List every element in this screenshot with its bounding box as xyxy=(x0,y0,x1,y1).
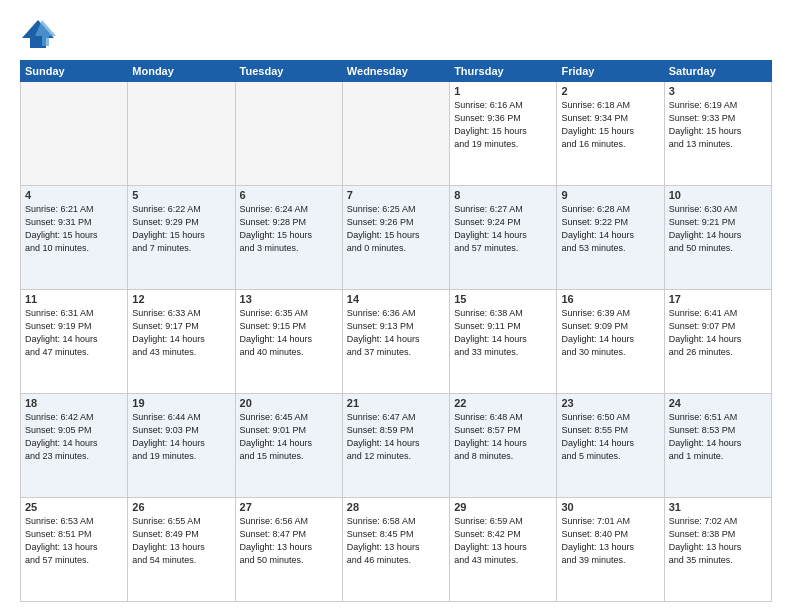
day-info: Sunrise: 7:02 AM Sunset: 8:38 PM Dayligh… xyxy=(669,515,767,567)
day-number: 9 xyxy=(561,189,659,201)
day-number: 7 xyxy=(347,189,445,201)
calendar-cell: 5Sunrise: 6:22 AM Sunset: 9:29 PM Daylig… xyxy=(128,186,235,290)
day-info: Sunrise: 6:44 AM Sunset: 9:03 PM Dayligh… xyxy=(132,411,230,463)
day-number: 8 xyxy=(454,189,552,201)
page: SundayMondayTuesdayWednesdayThursdayFrid… xyxy=(0,0,792,612)
day-number: 17 xyxy=(669,293,767,305)
calendar-table: SundayMondayTuesdayWednesdayThursdayFrid… xyxy=(20,60,772,602)
calendar-cell: 19Sunrise: 6:44 AM Sunset: 9:03 PM Dayli… xyxy=(128,394,235,498)
calendar-header-thursday: Thursday xyxy=(450,61,557,82)
day-info: Sunrise: 6:31 AM Sunset: 9:19 PM Dayligh… xyxy=(25,307,123,359)
calendar-cell: 23Sunrise: 6:50 AM Sunset: 8:55 PM Dayli… xyxy=(557,394,664,498)
day-info: Sunrise: 6:42 AM Sunset: 9:05 PM Dayligh… xyxy=(25,411,123,463)
calendar-cell: 27Sunrise: 6:56 AM Sunset: 8:47 PM Dayli… xyxy=(235,498,342,602)
calendar-cell: 29Sunrise: 6:59 AM Sunset: 8:42 PM Dayli… xyxy=(450,498,557,602)
calendar-cell: 30Sunrise: 7:01 AM Sunset: 8:40 PM Dayli… xyxy=(557,498,664,602)
day-number: 3 xyxy=(669,85,767,97)
day-number: 21 xyxy=(347,397,445,409)
calendar-cell: 16Sunrise: 6:39 AM Sunset: 9:09 PM Dayli… xyxy=(557,290,664,394)
calendar-header-monday: Monday xyxy=(128,61,235,82)
day-info: Sunrise: 6:19 AM Sunset: 9:33 PM Dayligh… xyxy=(669,99,767,151)
calendar-header-saturday: Saturday xyxy=(664,61,771,82)
calendar-cell: 26Sunrise: 6:55 AM Sunset: 8:49 PM Dayli… xyxy=(128,498,235,602)
day-info: Sunrise: 6:45 AM Sunset: 9:01 PM Dayligh… xyxy=(240,411,338,463)
day-info: Sunrise: 6:35 AM Sunset: 9:15 PM Dayligh… xyxy=(240,307,338,359)
day-info: Sunrise: 6:22 AM Sunset: 9:29 PM Dayligh… xyxy=(132,203,230,255)
calendar-cell: 10Sunrise: 6:30 AM Sunset: 9:21 PM Dayli… xyxy=(664,186,771,290)
calendar-week-row: 1Sunrise: 6:16 AM Sunset: 9:36 PM Daylig… xyxy=(21,82,772,186)
calendar-cell: 14Sunrise: 6:36 AM Sunset: 9:13 PM Dayli… xyxy=(342,290,449,394)
calendar-cell: 22Sunrise: 6:48 AM Sunset: 8:57 PM Dayli… xyxy=(450,394,557,498)
calendar-cell: 11Sunrise: 6:31 AM Sunset: 9:19 PM Dayli… xyxy=(21,290,128,394)
calendar-cell: 6Sunrise: 6:24 AM Sunset: 9:28 PM Daylig… xyxy=(235,186,342,290)
calendar-cell xyxy=(235,82,342,186)
day-number: 15 xyxy=(454,293,552,305)
calendar-cell: 25Sunrise: 6:53 AM Sunset: 8:51 PM Dayli… xyxy=(21,498,128,602)
calendar-cell: 3Sunrise: 6:19 AM Sunset: 9:33 PM Daylig… xyxy=(664,82,771,186)
calendar-week-row: 4Sunrise: 6:21 AM Sunset: 9:31 PM Daylig… xyxy=(21,186,772,290)
day-number: 13 xyxy=(240,293,338,305)
day-number: 22 xyxy=(454,397,552,409)
day-info: Sunrise: 6:56 AM Sunset: 8:47 PM Dayligh… xyxy=(240,515,338,567)
day-info: Sunrise: 6:36 AM Sunset: 9:13 PM Dayligh… xyxy=(347,307,445,359)
day-number: 23 xyxy=(561,397,659,409)
day-info: Sunrise: 6:51 AM Sunset: 8:53 PM Dayligh… xyxy=(669,411,767,463)
day-info: Sunrise: 6:28 AM Sunset: 9:22 PM Dayligh… xyxy=(561,203,659,255)
calendar-header-sunday: Sunday xyxy=(21,61,128,82)
day-info: Sunrise: 6:59 AM Sunset: 8:42 PM Dayligh… xyxy=(454,515,552,567)
calendar-cell xyxy=(128,82,235,186)
calendar-cell: 15Sunrise: 6:38 AM Sunset: 9:11 PM Dayli… xyxy=(450,290,557,394)
calendar-cell: 12Sunrise: 6:33 AM Sunset: 9:17 PM Dayli… xyxy=(128,290,235,394)
calendar-header-friday: Friday xyxy=(557,61,664,82)
calendar-cell: 2Sunrise: 6:18 AM Sunset: 9:34 PM Daylig… xyxy=(557,82,664,186)
calendar-header-row: SundayMondayTuesdayWednesdayThursdayFrid… xyxy=(21,61,772,82)
day-info: Sunrise: 6:30 AM Sunset: 9:21 PM Dayligh… xyxy=(669,203,767,255)
day-number: 18 xyxy=(25,397,123,409)
calendar-cell: 13Sunrise: 6:35 AM Sunset: 9:15 PM Dayli… xyxy=(235,290,342,394)
day-info: Sunrise: 7:01 AM Sunset: 8:40 PM Dayligh… xyxy=(561,515,659,567)
day-number: 10 xyxy=(669,189,767,201)
day-number: 30 xyxy=(561,501,659,513)
day-info: Sunrise: 6:47 AM Sunset: 8:59 PM Dayligh… xyxy=(347,411,445,463)
logo xyxy=(20,16,60,52)
day-info: Sunrise: 6:21 AM Sunset: 9:31 PM Dayligh… xyxy=(25,203,123,255)
calendar-cell: 24Sunrise: 6:51 AM Sunset: 8:53 PM Dayli… xyxy=(664,394,771,498)
day-number: 6 xyxy=(240,189,338,201)
calendar-cell: 20Sunrise: 6:45 AM Sunset: 9:01 PM Dayli… xyxy=(235,394,342,498)
day-number: 24 xyxy=(669,397,767,409)
calendar-cell xyxy=(342,82,449,186)
calendar-cell: 9Sunrise: 6:28 AM Sunset: 9:22 PM Daylig… xyxy=(557,186,664,290)
day-number: 16 xyxy=(561,293,659,305)
calendar-cell: 18Sunrise: 6:42 AM Sunset: 9:05 PM Dayli… xyxy=(21,394,128,498)
day-info: Sunrise: 6:25 AM Sunset: 9:26 PM Dayligh… xyxy=(347,203,445,255)
day-info: Sunrise: 6:50 AM Sunset: 8:55 PM Dayligh… xyxy=(561,411,659,463)
day-number: 25 xyxy=(25,501,123,513)
day-number: 4 xyxy=(25,189,123,201)
day-info: Sunrise: 6:39 AM Sunset: 9:09 PM Dayligh… xyxy=(561,307,659,359)
calendar-cell xyxy=(21,82,128,186)
day-number: 14 xyxy=(347,293,445,305)
day-info: Sunrise: 6:53 AM Sunset: 8:51 PM Dayligh… xyxy=(25,515,123,567)
calendar-week-row: 18Sunrise: 6:42 AM Sunset: 9:05 PM Dayli… xyxy=(21,394,772,498)
day-number: 29 xyxy=(454,501,552,513)
calendar-cell: 31Sunrise: 7:02 AM Sunset: 8:38 PM Dayli… xyxy=(664,498,771,602)
day-number: 11 xyxy=(25,293,123,305)
day-info: Sunrise: 6:16 AM Sunset: 9:36 PM Dayligh… xyxy=(454,99,552,151)
day-number: 26 xyxy=(132,501,230,513)
day-info: Sunrise: 6:33 AM Sunset: 9:17 PM Dayligh… xyxy=(132,307,230,359)
logo-icon xyxy=(20,16,56,52)
calendar-week-row: 25Sunrise: 6:53 AM Sunset: 8:51 PM Dayli… xyxy=(21,498,772,602)
day-number: 5 xyxy=(132,189,230,201)
day-info: Sunrise: 6:38 AM Sunset: 9:11 PM Dayligh… xyxy=(454,307,552,359)
day-number: 2 xyxy=(561,85,659,97)
calendar-cell: 4Sunrise: 6:21 AM Sunset: 9:31 PM Daylig… xyxy=(21,186,128,290)
calendar-cell: 8Sunrise: 6:27 AM Sunset: 9:24 PM Daylig… xyxy=(450,186,557,290)
calendar-header-tuesday: Tuesday xyxy=(235,61,342,82)
day-info: Sunrise: 6:24 AM Sunset: 9:28 PM Dayligh… xyxy=(240,203,338,255)
day-info: Sunrise: 6:58 AM Sunset: 8:45 PM Dayligh… xyxy=(347,515,445,567)
day-number: 31 xyxy=(669,501,767,513)
day-info: Sunrise: 6:55 AM Sunset: 8:49 PM Dayligh… xyxy=(132,515,230,567)
calendar-cell: 7Sunrise: 6:25 AM Sunset: 9:26 PM Daylig… xyxy=(342,186,449,290)
calendar-cell: 1Sunrise: 6:16 AM Sunset: 9:36 PM Daylig… xyxy=(450,82,557,186)
calendar-header-wednesday: Wednesday xyxy=(342,61,449,82)
